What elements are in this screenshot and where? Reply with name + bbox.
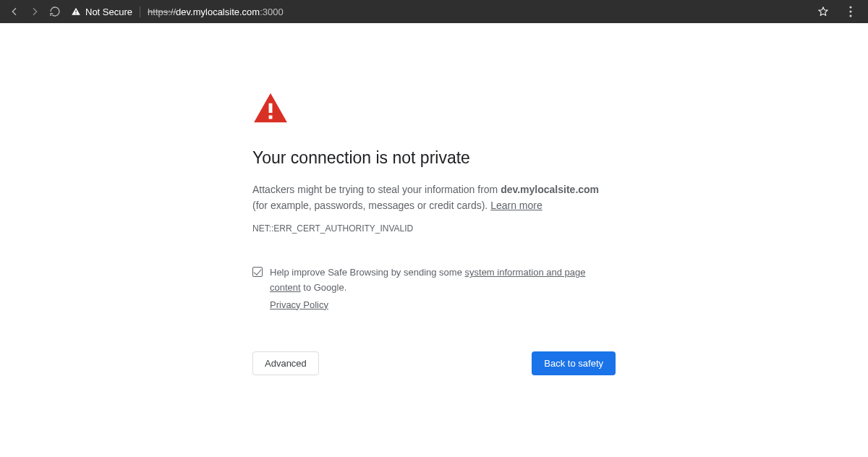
page-body: Your connection is not private Attackers… bbox=[0, 23, 868, 375]
svg-rect-5 bbox=[269, 103, 273, 113]
forward-button[interactable] bbox=[25, 1, 45, 22]
address-bar[interactable]: Not Secure https://dev.mylocalsite.com:3… bbox=[71, 3, 813, 20]
button-row: Advanced Back to safety bbox=[252, 351, 616, 375]
url-text: https://dev.mylocalsite.com:3000 bbox=[148, 7, 284, 17]
security-chip[interactable]: Not Secure bbox=[71, 7, 140, 17]
svg-point-4 bbox=[849, 14, 851, 17]
svg-rect-1 bbox=[75, 13, 76, 14]
advanced-button[interactable]: Advanced bbox=[252, 351, 319, 375]
privacy-policy-link[interactable]: Privacy Policy bbox=[270, 298, 616, 312]
svg-point-2 bbox=[849, 6, 851, 8]
learn-more-link[interactable]: Learn more bbox=[490, 200, 542, 211]
error-code: NET::ERR_CERT_AUTHORITY_INVALID bbox=[252, 223, 616, 234]
svg-point-3 bbox=[849, 10, 851, 12]
not-secure-label: Not Secure bbox=[85, 7, 132, 17]
browser-menu-button[interactable] bbox=[838, 1, 864, 22]
warning-title: Your connection is not private bbox=[252, 148, 616, 168]
browser-toolbar: Not Secure https://dev.mylocalsite.com:3… bbox=[0, 0, 868, 23]
warning-triangle-icon bbox=[71, 7, 81, 17]
back-to-safety-button[interactable]: Back to safety bbox=[532, 351, 616, 375]
svg-rect-6 bbox=[269, 116, 273, 119]
bookmark-star-button[interactable] bbox=[813, 1, 833, 22]
warning-body: Attackers might be trying to steal your … bbox=[252, 182, 616, 213]
back-button[interactable] bbox=[4, 1, 25, 22]
warning-host: dev.mylocalsite.com bbox=[501, 184, 599, 195]
optin-checkbox[interactable] bbox=[252, 267, 263, 277]
svg-rect-0 bbox=[75, 10, 76, 12]
warning-icon bbox=[252, 92, 289, 124]
reload-button[interactable] bbox=[45, 1, 65, 22]
ssl-warning-interstitial: Your connection is not private Attackers… bbox=[252, 92, 616, 375]
safebrowsing-optin-row: Help improve Safe Browsing by sending so… bbox=[252, 265, 616, 312]
